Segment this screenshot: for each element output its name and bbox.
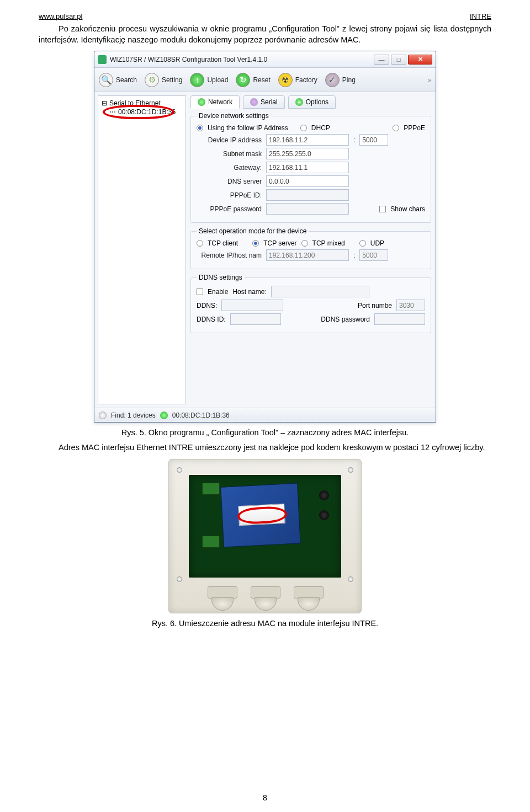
group1-title: Device network settings [197,112,271,120]
statusbar: Find: 1 devices 00:08:DC:1D:1B:36 [94,408,436,422]
tab-options-label: Options [306,98,328,106]
ip-label: Device IP address [197,136,262,144]
serial-icon [250,98,258,106]
app-icon [98,55,107,64]
radio-tcp-server[interactable] [252,240,259,247]
device-tree[interactable]: ⊟ Serial to Ethernet ⋯ 00:08:DC:1D:1B:36 [98,95,186,404]
radio-follow-ip-label: Using the follow IP Address [208,124,288,132]
tab-network[interactable]: Network [190,95,240,109]
ping-icon: ✓ [325,73,340,87]
chevron-right-icon[interactable]: » [428,77,431,83]
host-field[interactable] [271,286,369,297]
capacitor-icon [319,490,329,500]
colon: : [353,136,355,144]
titlebar: WIZ107SR / WIZ108SR Configuration Tool V… [94,51,436,68]
portnum-field[interactable] [396,300,425,311]
tree-collapse-icon[interactable]: ⊟ [102,99,107,107]
port-field[interactable] [359,134,388,146]
mask-field[interactable] [266,148,349,159]
tree-mac-label: 00:08:DC:1D:1B:36 [118,108,176,116]
radio-pppoe-label: PPPoE [404,124,425,132]
status-mac: 00:08:DC:1D:1B:36 [172,412,230,419]
network-icon [198,98,205,106]
ddns-settings-group: DDNS settings Enable Host name: DDNS: Po… [190,274,431,333]
pppoepw-label: PPPoE password [197,205,262,213]
radio-tcp-client[interactable] [197,240,203,247]
tcp-server-label: TCP server [263,239,296,247]
paragraph-1: Po zakończeniu procesu wyszukiwania w ok… [39,24,491,45]
search-icon: 🔍 [99,73,113,87]
search-label: Search [116,76,137,84]
options-icon: + [295,98,303,106]
host-label: Host name: [232,288,266,296]
upload-label: Upload [207,76,228,84]
dns-label: DNS server [197,178,262,185]
tab-network-label: Network [208,98,232,106]
remote-field[interactable] [266,249,349,261]
ddns-label: DDNS: [197,302,217,309]
udp-label: UDP [370,239,384,247]
factory-button[interactable]: ☢ Factory [278,73,317,87]
pppoeid-field[interactable] [266,189,349,201]
ddns-enable-label: Enable [208,288,228,296]
reset-button[interactable]: ↻ Reset [236,73,270,87]
ddns-enable-checkbox[interactable] [197,289,203,295]
radio-udp[interactable] [359,240,366,247]
minimize-button[interactable]: — [374,55,389,65]
tab-serial[interactable]: Serial [243,95,285,109]
group2-title: Select operation mode for the device [197,227,309,235]
window-title: WIZ107SR / WIZ108SR Configuration Tool V… [110,56,372,63]
pppoeid-label: PPPoE ID: [197,191,262,199]
portnum-label: Port numbe [358,302,392,309]
operation-mode-group: Select operation mode for the device TCP… [190,227,431,269]
ddns-field[interactable] [221,300,283,311]
terminal-block [202,536,220,548]
radio-tcp-mixed[interactable] [301,240,308,247]
maximize-button[interactable]: □ [391,55,406,65]
close-button[interactable]: ✕ [408,55,432,65]
tab-serial-label: Serial [261,98,278,106]
search-button[interactable]: 🔍 Search [99,73,137,87]
ddnsid-label: DDNS ID: [197,316,226,323]
ip-field[interactable] [266,134,349,146]
paragraph-2: Adres MAC interfejsu Ethernet INTRE umie… [39,442,491,453]
factory-icon: ☢ [278,73,293,87]
mask-label: Subnet mask [197,150,262,158]
ping-button[interactable]: ✓ Ping [325,73,356,87]
tcp-client-label: TCP client [208,239,238,247]
figure-6-caption: Rys. 6. Umieszczenie adresu MAC na modul… [39,619,491,628]
pppoepw-field[interactable] [266,203,349,215]
ddnsid-field[interactable] [230,313,281,325]
upload-button[interactable]: ↑ Upload [190,73,228,87]
upload-icon: ↑ [190,73,204,87]
header-right: INTRE [470,12,491,20]
ping-label: Ping [342,76,356,84]
reset-label: Reset [253,76,270,84]
showchars-label: Show chars [390,205,425,213]
tree-mac-node[interactable]: ⋯ 00:08:DC:1D:1B:36 [109,108,182,116]
factory-label: Factory [295,76,317,84]
screw-icon [177,576,182,582]
status-find: Find: 1 devices [111,412,156,419]
remote-port-field[interactable] [359,249,388,261]
tcp-mixed-label: TCP mixed [312,239,345,247]
ddnspw-label: DDNS password [321,316,370,323]
radio-dhcp[interactable] [300,125,307,131]
screw-icon [348,467,353,473]
dns-field[interactable] [266,175,349,187]
ddnspw-field[interactable] [374,313,425,325]
tree-root[interactable]: ⊟ Serial to Ethernet [102,99,182,107]
tree-root-label: Serial to Ethernet [109,99,161,107]
hardware-photo [168,459,362,613]
showchars-checkbox[interactable] [379,206,386,212]
colon2: : [353,252,355,259]
gear-icon: ⚙ [145,73,159,87]
tab-options[interactable]: + Options [288,95,336,109]
status-ok-icon [160,412,168,419]
setting-label: Setting [162,76,182,84]
gw-field[interactable] [266,162,349,173]
radio-follow-ip[interactable] [197,125,203,131]
cable-gland [208,586,237,611]
radio-pppoe[interactable] [393,125,399,131]
setting-button[interactable]: ⚙ Setting [145,73,182,87]
